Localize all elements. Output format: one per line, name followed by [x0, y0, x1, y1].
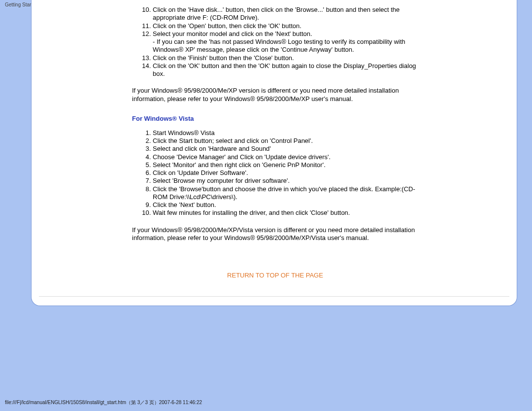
- footer-path: file:///F|/lcd/manual/ENGLISH/150S8/inst…: [5, 399, 202, 406]
- list-item: Click the 'Browse'button and choose the …: [153, 185, 418, 202]
- vista-instruction-list: Start Windows® VistaClick the Start butt…: [132, 129, 418, 217]
- list-item: Click on 'Update Driver Software'.: [153, 169, 418, 177]
- list-item: Click on the 'Have disk...' button, then…: [153, 6, 418, 22]
- vista-heading: For Windows® Vista: [132, 115, 418, 122]
- list-item: Wait few minutes for installing the driv…: [153, 209, 418, 217]
- list-item: Click the Start button; select and click…: [153, 137, 418, 145]
- list-item: Start Windows® Vista: [153, 129, 418, 137]
- list-item: Select and click on 'Hardware and Sound': [153, 145, 418, 153]
- list-item: Choose 'Device Manager' and Click on 'Up…: [153, 153, 418, 161]
- vista-note: If your Windows® 95/98/2000/Me/XP/Vista …: [132, 226, 418, 242]
- list-item-sub: - If you can see the 'has not passed Win…: [153, 38, 418, 54]
- list-item: Click on the 'Open' button, then click t…: [153, 22, 418, 30]
- list-item: Click on the 'OK' button and then the 'O…: [153, 62, 418, 78]
- list-item: Click on the 'Finish' button then the 'C…: [153, 54, 418, 62]
- return-to-top-link[interactable]: RETURN TO TOP OF THE PAGE: [227, 272, 323, 279]
- content-body: Click on the 'Have disk...' button, then…: [132, 6, 418, 279]
- outer-container: Click on the 'Have disk...' button, then…: [15, 0, 517, 313]
- list-item: Select 'Monitor' and then right click on…: [153, 161, 418, 169]
- list-item: Click the 'Next' button.: [153, 201, 418, 209]
- xp-instruction-list: Click on the 'Have disk...' button, then…: [132, 6, 418, 78]
- content-panel: Click on the 'Have disk...' button, then…: [31, 0, 517, 306]
- list-item: Select 'Browse my computer for driver so…: [153, 177, 418, 185]
- xp-note: If your Windows® 95/98/2000/Me/XP versio…: [132, 87, 418, 103]
- list-item: Select your monitor model and click on t…: [153, 30, 418, 54]
- divider: [39, 296, 509, 297]
- return-link-wrap: RETURN TO TOP OF THE PAGE: [132, 272, 418, 279]
